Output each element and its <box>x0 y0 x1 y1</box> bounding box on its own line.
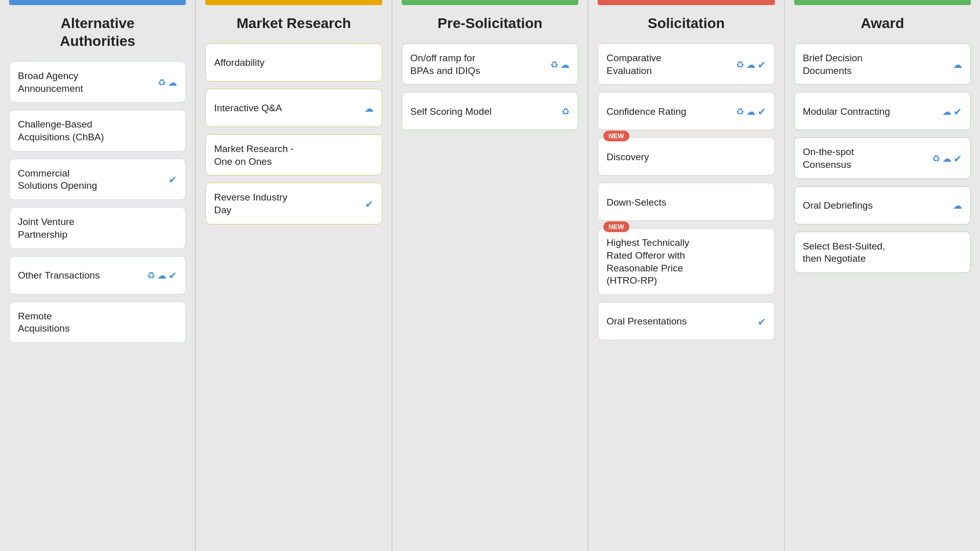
recycle-icon: ♻ <box>158 77 166 88</box>
cloud-icon: ☁ <box>168 77 177 88</box>
card-text-select-best-suited: Select Best-Suited,then Negotiate <box>803 240 962 265</box>
recycle-icon: ♻ <box>550 59 558 70</box>
recycle-icon: ♻ <box>736 59 744 70</box>
card-text-comparative-eval: ComparativeEvaluation <box>606 52 731 77</box>
card-icons-other-transactions: ♻☁✔ <box>147 269 177 282</box>
recycle-icon: ♻ <box>561 106 570 117</box>
card-discovery[interactable]: NEWDiscovery <box>598 137 774 176</box>
card-brief-decision[interactable]: Brief DecisionDocuments☁ <box>794 43 971 85</box>
card-text-interactive-qa: Interactive Q&A <box>214 102 360 115</box>
card-icons-reverse-industry-day: ✔ <box>365 198 374 210</box>
card-on-the-spot[interactable]: On-the-spotConsensus♻☁✔ <box>794 137 971 179</box>
card-icons-brief-decision: ☁ <box>953 59 962 70</box>
card-text-self-scoring: Self Scoring Model <box>410 106 557 118</box>
card-remote-acquisitions[interactable]: RemoteAcquisitions <box>9 302 186 343</box>
column-title-market: Market Research <box>237 14 351 32</box>
card-text-brief-decision: Brief DecisionDocuments <box>803 52 949 77</box>
check-icon: ✔ <box>953 153 962 165</box>
card-text-confidence-rating: Confidence Rating <box>606 106 731 118</box>
card-text-on-the-spot: On-the-spotConsensus <box>803 146 928 171</box>
check-icon: ✔ <box>757 106 766 118</box>
card-text-down-selects: Down-Selects <box>606 196 766 209</box>
card-icons-on-the-spot: ♻☁✔ <box>932 153 962 165</box>
card-modular-contracting[interactable]: Modular Contracting☁✔ <box>794 92 971 130</box>
column-title-presol: Pre-Solicitation <box>437 14 542 32</box>
card-text-other-transactions: Other Transactions <box>18 269 143 282</box>
column-header-bar-alt <box>9 0 186 5</box>
card-text-onoff-ramp: On/off ramp forBPAs and IDIQs <box>410 52 546 77</box>
cloud-icon: ☁ <box>746 59 755 70</box>
column-header-bar-award <box>794 0 971 5</box>
column-sol: SolicitationComparativeEvaluation♻☁✔Conf… <box>589 0 785 551</box>
card-icons-onoff-ramp: ♻☁ <box>550 59 570 70</box>
card-challenge-based[interactable]: Challenge-BasedAcquisitions (ChBA) <box>9 110 186 151</box>
card-commercial-solutions[interactable]: CommercialSolutions Opening✔ <box>9 159 186 200</box>
check-icon: ✔ <box>757 59 766 71</box>
card-icons-oral-presentations: ✔ <box>757 316 766 328</box>
card-confidence-rating[interactable]: Confidence Rating♻☁✔ <box>598 92 774 130</box>
card-icons-confidence-rating: ♻☁✔ <box>736 106 766 118</box>
card-comparative-eval[interactable]: ComparativeEvaluation♻☁✔ <box>598 43 774 85</box>
check-icon: ✔ <box>365 198 374 210</box>
card-interactive-qa[interactable]: Interactive Q&A☁ <box>205 89 382 127</box>
card-broad-agency[interactable]: Broad AgencyAnnouncement♻☁ <box>9 61 186 103</box>
column-header-bar-market <box>205 0 382 5</box>
card-text-market-research-ones: Market Research -One on Ones <box>214 143 373 168</box>
column-presol: Pre-SolicitationOn/off ramp forBPAs and … <box>393 0 589 551</box>
card-market-research-ones[interactable]: Market Research -One on Ones <box>205 134 382 176</box>
card-text-challenge-based: Challenge-BasedAcquisitions (ChBA) <box>18 118 177 143</box>
card-text-affordability: Affordability <box>214 57 373 69</box>
card-oral-presentations[interactable]: Oral Presentations✔ <box>598 302 774 340</box>
recycle-icon: ♻ <box>736 106 744 117</box>
cloud-icon: ☁ <box>953 59 962 70</box>
cloud-icon: ☁ <box>942 153 951 164</box>
badge-new-htro-rp: NEW <box>603 221 629 232</box>
badge-new-discovery: NEW <box>603 131 629 141</box>
card-select-best-suited[interactable]: Select Best-Suited,then Negotiate <box>794 232 971 273</box>
card-self-scoring[interactable]: Self Scoring Model♻ <box>402 92 578 130</box>
column-header-bar-sol <box>598 0 774 5</box>
check-icon: ✔ <box>953 106 962 118</box>
card-onoff-ramp[interactable]: On/off ramp forBPAs and IDIQs♻☁ <box>402 43 578 85</box>
column-award: AwardBrief DecisionDocuments☁Modular Con… <box>785 0 980 551</box>
card-affordability[interactable]: Affordability <box>205 43 382 82</box>
card-htro-rp[interactable]: NEWHighest TechnicallyRated Offeror with… <box>598 228 774 295</box>
column-title-alt: AlternativeAuthorities <box>60 14 135 50</box>
recycle-icon: ♻ <box>932 153 940 164</box>
card-icons-oral-debriefings: ☁ <box>953 200 962 211</box>
card-text-joint-venture: Joint VenturePartnership <box>18 216 177 241</box>
check-icon: ✔ <box>168 173 177 186</box>
cloud-icon: ☁ <box>157 270 166 281</box>
column-header-bar-presol <box>402 0 578 5</box>
cloud-icon: ☁ <box>364 103 374 114</box>
card-text-discovery: Discovery <box>606 151 766 164</box>
card-text-htro-rp: Highest TechnicallyRated Offeror withRea… <box>606 237 766 287</box>
card-icons-modular-contracting: ☁✔ <box>942 106 962 118</box>
card-other-transactions[interactable]: Other Transactions♻☁✔ <box>9 256 186 294</box>
card-text-oral-presentations: Oral Presentations <box>606 315 753 328</box>
check-icon: ✔ <box>168 269 177 282</box>
card-down-selects[interactable]: Down-Selects <box>598 183 774 221</box>
cloud-icon: ☁ <box>560 59 570 70</box>
column-title-award: Award <box>861 14 904 32</box>
column-alt: AlternativeAuthoritiesBroad AgencyAnnoun… <box>0 0 196 551</box>
card-text-oral-debriefings: Oral Debriefings <box>803 199 949 212</box>
card-icons-broad-agency: ♻☁ <box>158 77 177 88</box>
card-text-reverse-industry-day: Reverse IndustryDay <box>214 191 360 216</box>
column-market: Market ResearchAffordabilityInteractive … <box>196 0 392 551</box>
card-icons-interactive-qa: ☁ <box>364 103 374 114</box>
card-text-remote-acquisitions: RemoteAcquisitions <box>18 310 177 335</box>
card-text-modular-contracting: Modular Contracting <box>803 106 938 118</box>
card-oral-debriefings[interactable]: Oral Debriefings☁ <box>794 186 971 224</box>
cloud-icon: ☁ <box>953 200 962 211</box>
card-icons-self-scoring: ♻ <box>561 106 570 117</box>
card-icons-commercial-solutions: ✔ <box>168 173 177 186</box>
card-reverse-industry-day[interactable]: Reverse IndustryDay✔ <box>205 183 382 224</box>
cloud-icon: ☁ <box>746 106 755 117</box>
card-text-broad-agency: Broad AgencyAnnouncement <box>18 70 154 95</box>
recycle-icon: ♻ <box>147 270 155 281</box>
card-text-commercial-solutions: CommercialSolutions Opening <box>18 167 164 192</box>
column-title-sol: Solicitation <box>648 14 725 32</box>
card-icons-comparative-eval: ♻☁✔ <box>736 59 766 71</box>
card-joint-venture[interactable]: Joint VenturePartnership <box>9 207 186 248</box>
